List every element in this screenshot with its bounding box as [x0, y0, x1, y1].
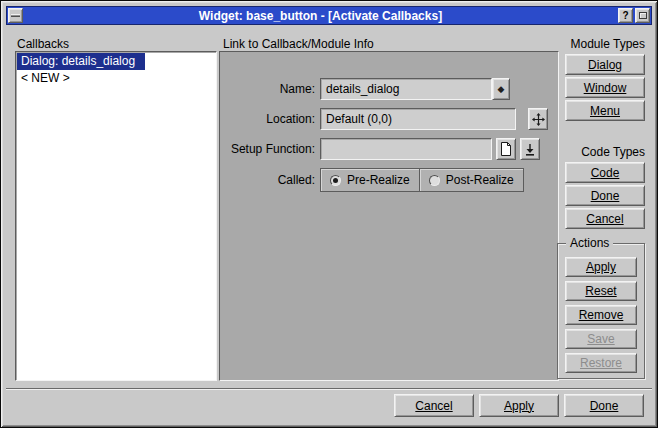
button-label: Apply: [586, 260, 616, 274]
button-label: Menu: [590, 104, 620, 118]
radio-pre-realize[interactable]: Pre-Realize: [320, 168, 420, 192]
code-type-cancel-button[interactable]: Cancel: [565, 208, 645, 229]
down-arrow-to-bar-icon: [524, 143, 536, 156]
actions-label: Actions: [566, 236, 613, 250]
setup-function-row: Setup Function:: [220, 138, 558, 160]
new-document-button[interactable]: [496, 138, 516, 160]
titlebar[interactable]: Widget: base_button - [Activate Callback…: [6, 6, 652, 25]
info-label: Link to Callback/Module Info: [223, 37, 374, 51]
setup-function-input[interactable]: [320, 138, 492, 160]
actions-group: Actions Apply Reset Remove Save Restore: [557, 243, 645, 379]
button-label: Reset: [585, 284, 616, 298]
button-label: Remove: [579, 308, 624, 322]
apply-action-button[interactable]: Apply: [565, 257, 637, 277]
radio-pre-realize-label: Pre-Realize: [347, 173, 410, 187]
radio-post-realize[interactable]: Post-Realize: [420, 168, 524, 192]
combo-arrow-icon: ◆: [498, 85, 505, 94]
name-combo: details_dialog ◆: [320, 78, 510, 100]
document-icon: [500, 142, 512, 156]
window-menu-icon: [11, 14, 20, 17]
location-move-button[interactable]: [528, 108, 548, 130]
reset-action-button[interactable]: Reset: [565, 281, 637, 301]
code-type-done-button[interactable]: Done: [565, 185, 645, 206]
button-label: Dialog: [588, 58, 622, 72]
button-label: Code: [591, 166, 620, 180]
name-combo-arrow-button[interactable]: ◆: [492, 78, 510, 100]
window: Widget: base_button - [Activate Callback…: [0, 0, 658, 428]
name-row: Name: details_dialog ◆: [220, 78, 558, 100]
button-label: Cancel: [586, 212, 623, 226]
footer-separator: [6, 388, 652, 390]
radio-unselected-icon: [429, 175, 440, 186]
window-menu-button[interactable]: [8, 8, 23, 23]
radio-selected-icon: [330, 175, 341, 186]
maximize-button[interactable]: [635, 8, 650, 23]
list-item-dialog-details-dialog[interactable]: Dialog: details_dialog: [17, 53, 145, 70]
help-button[interactable]: ?: [618, 8, 633, 23]
maximize-icon: [639, 12, 647, 19]
button-label: Done: [591, 189, 620, 203]
module-type-menu-button[interactable]: Menu: [565, 100, 645, 121]
info-panel: Name: details_dialog ◆ Location: Default…: [219, 51, 559, 381]
location-input[interactable]: Default (0,0): [320, 108, 516, 130]
module-types-label: Module Types: [545, 37, 645, 51]
radio-post-realize-label: Post-Realize: [446, 173, 514, 187]
button-label: Window: [584, 81, 627, 95]
module-type-window-button[interactable]: Window: [565, 77, 645, 98]
apply-button[interactable]: Apply: [479, 394, 559, 417]
button-label: Save: [587, 332, 614, 346]
window-title: Widget: base_button - [Activate Callback…: [24, 9, 617, 23]
done-button[interactable]: Done: [564, 394, 644, 417]
called-radio-group: Pre-Realize Post-Realize: [320, 168, 524, 192]
button-label: Cancel: [415, 399, 452, 413]
remove-action-button[interactable]: Remove: [565, 305, 637, 325]
move-cross-icon: [532, 113, 545, 126]
list-item-new[interactable]: < NEW >: [17, 70, 215, 87]
button-label: Restore: [580, 356, 622, 370]
pick-function-button[interactable]: [520, 138, 540, 160]
code-type-code-button[interactable]: Code: [565, 162, 645, 183]
save-action-button: Save: [565, 329, 637, 349]
button-label: Apply: [504, 399, 534, 413]
location-row: Location: Default (0,0): [220, 108, 558, 130]
name-label: Name:: [220, 82, 320, 96]
restore-action-button: Restore: [565, 353, 637, 373]
cancel-button[interactable]: Cancel: [394, 394, 474, 417]
setup-function-label: Setup Function:: [220, 142, 320, 156]
module-type-dialog-button[interactable]: Dialog: [565, 54, 645, 75]
called-row: Called: Pre-Realize Post-Realize: [220, 168, 558, 192]
help-icon: ?: [622, 10, 628, 21]
callbacks-list[interactable]: Dialog: details_dialog < NEW >: [15, 51, 217, 381]
called-label: Called:: [220, 173, 320, 187]
callbacks-label: Callbacks: [17, 37, 69, 51]
location-label: Location:: [220, 112, 320, 126]
code-types-label: Code Types: [545, 145, 645, 159]
name-input[interactable]: details_dialog: [320, 78, 492, 100]
button-label: Done: [590, 399, 619, 413]
